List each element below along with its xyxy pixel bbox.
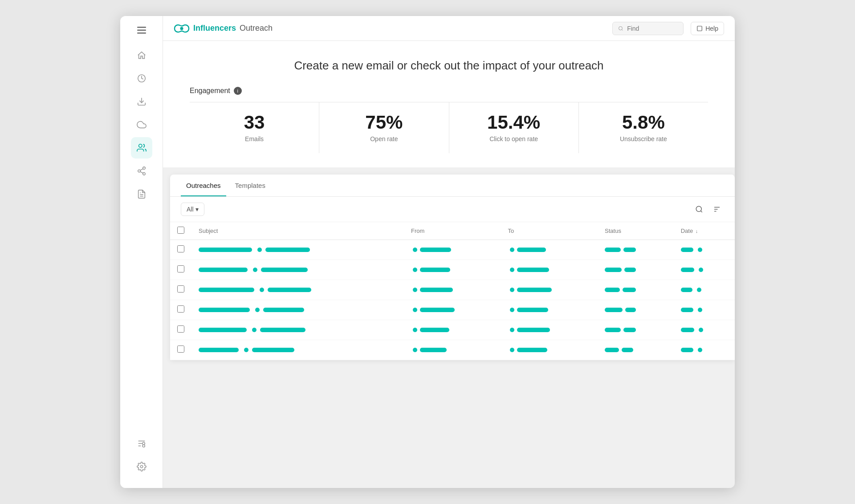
from-cell xyxy=(404,340,501,360)
sidebar-item-activity[interactable] xyxy=(131,68,152,89)
search-input[interactable] xyxy=(627,25,678,32)
sidebar-item-home[interactable] xyxy=(131,45,152,66)
stat-unsub-rate: 5.8% Unsubscribe rate xyxy=(579,102,708,153)
date-dot xyxy=(697,288,701,292)
table-row xyxy=(170,240,735,260)
row-checkbox[interactable] xyxy=(177,285,184,293)
row-checkbox[interactable] xyxy=(177,245,184,252)
stat-open-rate-label: Open rate xyxy=(328,135,440,142)
to-dot xyxy=(510,248,514,252)
table-row xyxy=(170,300,735,320)
search-toolbar-button[interactable] xyxy=(692,202,706,216)
date-sort-icon: ↓ xyxy=(696,228,698,234)
row-checkbox[interactable] xyxy=(177,305,184,313)
table-row xyxy=(170,280,735,300)
tab-outreaches[interactable]: Outreaches xyxy=(181,175,226,196)
subject-cell xyxy=(191,300,404,320)
svg-line-9 xyxy=(140,171,142,173)
from-cell xyxy=(404,260,501,280)
from-bar xyxy=(420,248,451,252)
th-subject: Subject xyxy=(191,222,404,240)
filter-button[interactable]: All ▾ xyxy=(181,203,204,216)
subject-bar-2 xyxy=(260,328,305,332)
from-bar xyxy=(420,308,455,312)
logo-sub-text: Outreach xyxy=(240,24,273,33)
filter-toolbar-button[interactable] xyxy=(710,202,724,216)
status-bar-1 xyxy=(605,348,619,352)
to-dot xyxy=(510,308,514,312)
status-bar-2 xyxy=(624,268,636,272)
to-cell xyxy=(501,340,598,360)
subject-cell xyxy=(191,260,404,280)
stats-row: 33 Emails 75% Open rate 15.4% Click to o… xyxy=(190,102,708,153)
sidebar-item-cloud[interactable] xyxy=(131,114,152,135)
svg-point-16 xyxy=(142,445,145,447)
from-cell xyxy=(404,280,501,300)
th-checkbox xyxy=(170,222,191,240)
search-icon xyxy=(618,25,623,32)
stat-click-rate-value: 15.4% xyxy=(458,113,570,132)
date-bar xyxy=(681,348,693,352)
date-dot xyxy=(698,248,702,252)
table-container: Subject From To Status Date ↓ xyxy=(170,222,735,360)
from-dot xyxy=(413,248,417,252)
from-bar xyxy=(420,328,449,332)
row-checkbox-cell xyxy=(170,320,191,340)
date-bar xyxy=(681,268,694,272)
from-bar xyxy=(420,268,450,272)
sidebar-item-filters[interactable] xyxy=(131,433,152,454)
help-label: Help xyxy=(705,25,718,32)
subject-dot xyxy=(260,288,264,292)
row-checkbox[interactable] xyxy=(177,265,184,272)
row-checkbox[interactable] xyxy=(177,345,184,353)
subject-bar-2 xyxy=(261,268,308,272)
status-bar-2 xyxy=(623,248,636,252)
svg-point-17 xyxy=(142,442,145,445)
th-to: To xyxy=(501,222,598,240)
row-checkbox-cell xyxy=(170,240,191,260)
subject-bar-1 xyxy=(199,328,247,332)
to-bar xyxy=(517,268,549,272)
select-all-checkbox[interactable] xyxy=(177,227,184,234)
search-toolbar-icon xyxy=(695,205,703,213)
date-cell xyxy=(674,240,735,260)
help-button[interactable]: Help xyxy=(691,22,724,35)
svg-line-21 xyxy=(622,29,623,30)
svg-point-8 xyxy=(142,173,145,175)
subject-bar-1 xyxy=(199,288,254,292)
date-dot xyxy=(698,308,702,312)
svg-point-23 xyxy=(696,206,701,211)
status-bar-2 xyxy=(623,288,636,292)
from-cell xyxy=(404,320,501,340)
sidebar-item-document[interactable] xyxy=(131,183,152,205)
engagement-info-icon[interactable]: i xyxy=(234,87,242,95)
subject-bar-2 xyxy=(268,288,311,292)
date-cell xyxy=(674,320,735,340)
table-row xyxy=(170,320,735,340)
sidebar-item-share[interactable] xyxy=(131,160,152,182)
row-checkbox-cell xyxy=(170,280,191,300)
stat-open-rate: 75% Open rate xyxy=(319,102,449,153)
search-box[interactable] xyxy=(612,22,684,35)
subject-cell xyxy=(191,280,404,300)
table-body xyxy=(170,240,735,360)
stat-click-rate-label: Click to open rate xyxy=(458,135,570,142)
subject-bar-1 xyxy=(199,268,248,272)
row-checkbox[interactable] xyxy=(177,325,184,333)
sidebar-item-people[interactable] xyxy=(131,137,152,159)
topbar: Influencers Outreach Help xyxy=(163,16,735,41)
from-bar xyxy=(420,288,453,292)
outreaches-table: Subject From To Status Date ↓ xyxy=(170,222,735,360)
to-bar xyxy=(517,288,552,292)
sidebar-item-download[interactable] xyxy=(131,91,152,112)
svg-point-7 xyxy=(138,170,140,172)
to-dot xyxy=(510,268,514,272)
status-bar-1 xyxy=(605,268,622,272)
filter-chevron-icon: ▾ xyxy=(195,206,199,213)
tab-templates[interactable]: Templates xyxy=(230,175,271,196)
sidebar-item-settings[interactable] xyxy=(131,456,152,477)
menu-icon[interactable] xyxy=(133,21,151,39)
from-cell xyxy=(404,240,501,260)
svg-rect-2 xyxy=(137,33,146,34)
table-row xyxy=(170,340,735,360)
